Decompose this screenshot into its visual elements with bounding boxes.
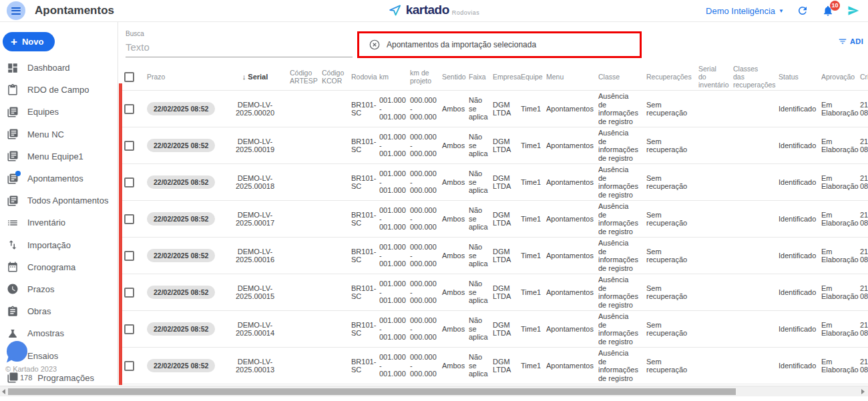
col-aprovacao[interactable]: Aprovação [816,63,855,91]
sidebar-item-importacao[interactable]: Importação [0,234,118,256]
scroll-right-arrow[interactable] [861,389,865,394]
sidebar-item-dashboard[interactable]: Dashboard [0,57,118,79]
sidebar-item-prazos[interactable]: Prazos [0,278,118,300]
chat-widget-button[interactable] [7,341,27,362]
sort-desc-icon[interactable]: ↓ [242,73,248,81]
cancel-icon[interactable] [369,39,381,51]
col-status[interactable]: Status [773,63,816,91]
table-row[interactable]: 22/02/2025 08:52DEMO-LV- 2025.00019BR101… [119,127,868,164]
col-prazo[interactable]: Prazo [142,63,226,91]
table-body: 22/02/2025 08:52DEMO-LV- 2025.00020BR101… [119,91,868,386]
col-codigo_artesp[interactable]: Código ARTESP [284,63,316,91]
table-row[interactable]: 22/02/2025 08:52DEMO-LV- 2025.00014BR101… [119,311,868,348]
row-checkbox[interactable] [124,141,134,151]
library-books-icon [7,150,19,162]
prazo-chip: 22/02/2025 08:52 [147,322,215,336]
cell-aprovacao: Em Elaboração [816,384,855,386]
col-sentido[interactable]: Sentido [437,63,463,91]
col-recuperacoes[interactable]: Recuperações [641,63,693,91]
sidebar-item-obras[interactable]: Obras [0,300,118,322]
table-row[interactable]: 22/02/2025 08:52DEMO-LV- 2025.00015BR101… [119,274,868,311]
table-row[interactable]: 22/02/2025 08:52DEMO-LV- 2025.00017BR101… [119,201,868,238]
select-all-checkbox[interactable] [124,72,134,82]
cell-classes_recuperacoes [728,201,773,238]
cell-menu: Apontamentos [541,311,593,348]
add-filter-button[interactable]: ADI [838,37,863,46]
row-checkbox[interactable] [124,324,134,334]
cell-classe: Ausência de informações de registro [593,164,641,201]
col-km[interactable]: km [374,63,405,91]
col-criado[interactable]: Criad [855,63,868,91]
col-serial_inventario[interactable]: Serial do inventário [693,63,728,91]
library-books-icon [7,150,19,162]
cell-aprovacao: Em Elaboração [816,311,855,348]
col-faixa[interactable]: Faixa [463,63,487,91]
paper-plane-icon [847,5,859,17]
hamburger-icon [11,7,21,9]
cell-km_projeto: 000.000 - 000.000 [405,238,437,274]
brand-name: kartado [406,3,449,17]
col-classes_recuperacoes[interactable]: Classes das recuperações [728,63,773,91]
col-classe[interactable]: Classe [593,63,641,91]
cell-empresa: DGM LTDA [487,91,515,127]
row-checkbox[interactable] [124,104,134,114]
cell-classe: Ausência de informações de registro [593,201,641,238]
hamburger-menu-button[interactable] [7,1,25,20]
sidebar-item-equipes[interactable]: Equipes [0,101,118,123]
cell-checkbox [119,311,142,348]
send-button[interactable] [847,5,860,18]
col-menu[interactable]: Menu [541,63,593,91]
cell-recuperacoes: Sem recuperação [641,164,693,201]
row-checkbox[interactable] [124,214,134,224]
search-input[interactable] [126,39,353,57]
cell-equipe: Time1 [515,384,541,386]
cell-recuperacoes: Sem recuperação [641,201,693,238]
cell-km: 001.000 - 001.000 [374,127,405,164]
sidebar-item-apontamentos[interactable]: Apontamentos [0,167,118,189]
cell-status: Identificado [773,274,816,311]
cell-km_projeto: 000.000 - 000.000 [405,127,437,164]
table-row[interactable]: 22/02/2025 08:52DEMO-LV- 2025.00020BR101… [119,91,868,127]
col-km_projeto[interactable]: km de projeto [405,63,437,91]
col-serial[interactable]: ↓ Serial [226,63,284,91]
col-codigo_kcor[interactable]: Código KCOR [316,63,346,91]
table-row[interactable]: 22/02/2025 08:52DEMO-LV- 2025.00013BR101… [119,348,868,384]
sidebar-item-todos-apontamentos[interactable]: Todos Apontamentos [0,189,118,212]
table-row[interactable]: 22/02/2025 08:52DEMO-LV- 2025.00016BR101… [119,238,868,274]
cell-recuperacoes: Sem recuperação [641,274,693,311]
cell-equipe: Time1 [515,201,541,238]
row-checkbox[interactable] [124,288,134,298]
cell-empresa: DGM LTDA [487,348,515,384]
col-empresa[interactable]: Empresa [487,63,515,91]
sidebar-item-menu-nc[interactable]: Menu NC [0,123,118,145]
sidebar-item-label: RDO de Campo [27,85,89,95]
new-button[interactable]: + Novo [3,32,55,51]
cell-classe: Ausência de informações de registro [593,91,641,127]
row-checkbox[interactable] [124,177,134,187]
table-row[interactable]: 22/02/2025 08:52DEMO-LV- 2025.00018BR101… [119,164,868,201]
cell-km: 001.000 - 001.000 [374,164,405,201]
prazo-chip: 22/02/2025 08:52 [147,102,215,116]
refresh-button[interactable] [796,5,809,18]
sidebar-item-inventario[interactable]: Inventário [0,212,118,234]
cell-codigo_kcor [316,384,346,386]
sidebar-item-cronograma[interactable]: Cronograma [0,256,118,278]
scroll-left-arrow[interactable] [2,389,5,394]
sidebar-item-label: Importação [27,240,71,250]
account-menu[interactable]: Demo Inteligência ▼ [706,6,784,16]
horizontal-scrollbar[interactable] [0,386,868,396]
row-checkbox[interactable] [124,361,134,371]
cell-checkbox [119,91,142,127]
import-filter-chip[interactable]: Apontamentos da importação selecionada [359,39,536,51]
sidebar-item-rdo-de-campo[interactable]: RDO de Campo [0,79,118,101]
cell-km: 001.000 - 001.000 [374,91,405,127]
scrollbar-thumb[interactable] [8,388,736,395]
cell-serial: DEMO-LV- 2025.00015 [226,274,284,311]
col-rodovia[interactable]: Rodovia [346,63,374,91]
row-checkbox[interactable] [124,251,134,261]
notifications-button[interactable]: 10 [821,5,835,18]
sidebar-item-menu-equipe1[interactable]: Menu Equipe1 [0,145,118,167]
table-row[interactable]: 22/02/2025 08:52DEMO-LV- 2025.00012BR101… [119,384,868,386]
assignment-icon [7,306,19,318]
cell-classes_recuperacoes [728,164,773,201]
